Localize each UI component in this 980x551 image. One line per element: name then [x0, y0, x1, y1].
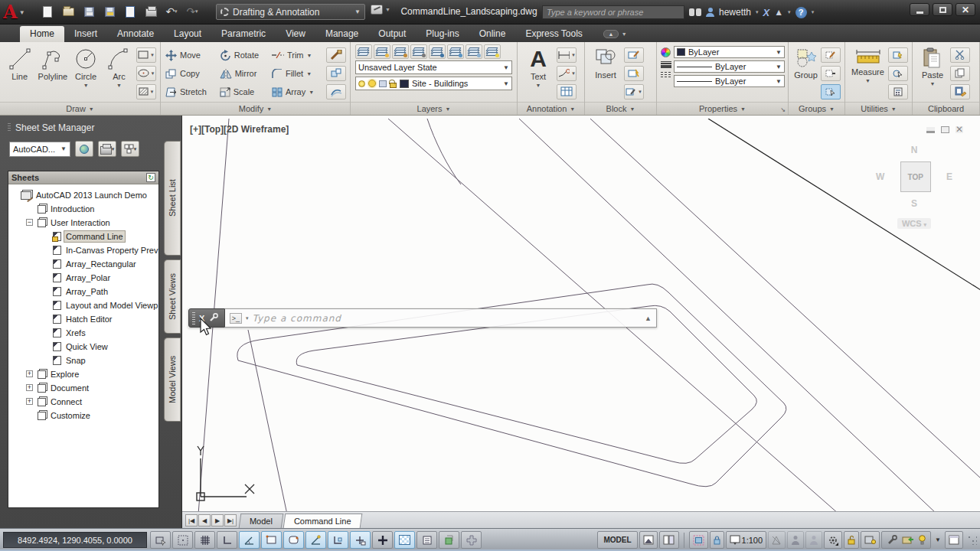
- annotation-scale-sync-button[interactable]: [805, 531, 822, 549]
- layout-tab-model[interactable]: Model: [239, 514, 284, 528]
- tree-item-array-polar[interactable]: Array_Polar: [8, 271, 158, 285]
- close-button[interactable]: ✕: [956, 3, 975, 16]
- text-tool-button[interactable]: A Text ▼: [521, 44, 556, 102]
- save-as-button[interactable]: [102, 4, 117, 19]
- infer-constraints-toggle[interactable]: [150, 531, 171, 549]
- coordinates-display[interactable]: 8492.4924, 1290.4055, 0.0000: [3, 532, 147, 548]
- tab-annotate[interactable]: Annotate: [107, 26, 164, 42]
- layer-isolate-button[interactable]: [429, 44, 446, 59]
- xref-sync-icon[interactable]: [902, 535, 914, 545]
- quick-calc-button[interactable]: [888, 84, 908, 99]
- tree-item-customize[interactable]: Customize: [8, 409, 158, 422]
- lineweight-toggle[interactable]: [372, 531, 393, 549]
- tree-item-command-line[interactable]: Command Line: [8, 230, 158, 243]
- tree-item-introduction[interactable]: Introduction: [8, 202, 158, 216]
- tab-plug-ins[interactable]: Plug-ins: [416, 26, 469, 42]
- autodesk-360-icon[interactable]: ▲: [774, 7, 783, 18]
- side-tab-sheet-views[interactable]: Sheet Views: [164, 259, 181, 334]
- cut-button[interactable]: [950, 47, 970, 63]
- search-input[interactable]: [542, 5, 684, 19]
- doc-close-button[interactable]: ✕: [956, 126, 963, 133]
- ungroup-button[interactable]: [821, 66, 841, 81]
- clipboard-panel-label[interactable]: Clipboard: [913, 102, 979, 115]
- palette-title[interactable]: Sheet Set Manager: [8, 122, 158, 133]
- layer-off-button[interactable]: [484, 44, 501, 59]
- rotate-tool-button[interactable]: Rotate: [220, 50, 269, 61]
- ortho-mode-toggle[interactable]: [217, 531, 237, 549]
- tree-item-in-canvas-property-prev[interactable]: In-Canvas Property Prev: [8, 243, 158, 257]
- recent-commands-icon[interactable]: ▲: [645, 315, 652, 322]
- utilities-panel-label[interactable]: Utilities▼: [845, 102, 912, 115]
- move-tool-button[interactable]: Move: [165, 50, 217, 61]
- polar-tracking-toggle[interactable]: [239, 531, 260, 549]
- block-panel-label[interactable]: Block▼: [585, 102, 656, 115]
- quick-view-layouts-button[interactable]: [639, 531, 658, 549]
- print-button[interactable]: [143, 4, 158, 19]
- erase-button[interactable]: [326, 47, 346, 63]
- tree-item-explore[interactable]: +Explore: [8, 367, 158, 381]
- drag-grip-icon[interactable]: [192, 312, 195, 324]
- side-tab-sheet-list[interactable]: Sheet List: [164, 141, 181, 256]
- next-tab-button[interactable]: ▶: [211, 514, 224, 527]
- block-edit-button[interactable]: [624, 47, 644, 63]
- circle-tool-button[interactable]: Circle▼: [70, 44, 103, 102]
- annotation-viewport-button[interactable]: [689, 531, 708, 549]
- signed-in-user[interactable]: hewetth: [719, 7, 751, 18]
- ribbon-minimize-button[interactable]: ▲▼: [603, 30, 627, 38]
- layer-unisolate-button[interactable]: [447, 44, 464, 59]
- restore-button[interactable]: [933, 3, 952, 16]
- linetype-combo[interactable]: ByLayer ▼: [674, 75, 785, 87]
- copy-clip-button[interactable]: [950, 66, 970, 81]
- tree-item-quick-view[interactable]: Quick View: [8, 340, 158, 354]
- status-menu-caret[interactable]: ▼: [933, 536, 943, 543]
- lineweight-combo[interactable]: ByLayer ▼: [674, 60, 785, 73]
- layout-tab-command-line[interactable]: Command Line: [283, 514, 362, 528]
- dimension-button[interactable]: ▼: [557, 47, 577, 63]
- quick-select-button[interactable]: [888, 47, 908, 63]
- first-tab-button[interactable]: |◀: [185, 514, 198, 527]
- paste-button[interactable]: Paste ▼: [916, 44, 949, 102]
- hatch-button[interactable]: ▼: [136, 84, 156, 99]
- workspace-switching-button[interactable]: [824, 531, 842, 549]
- table-button[interactable]: [557, 84, 577, 99]
- id-point-button[interactable]: [888, 66, 908, 81]
- annotation-monitor-toggle[interactable]: [461, 531, 482, 549]
- clean-screen-button[interactable]: [945, 531, 963, 549]
- fade-button[interactable]: [326, 84, 346, 99]
- color-wheel-icon[interactable]: [661, 47, 671, 57]
- layers-panel-label[interactable]: Layers▼: [351, 102, 517, 115]
- viewcube-top-face[interactable]: TOP: [900, 161, 931, 192]
- sheet-selection-button[interactable]: ▾: [121, 141, 139, 157]
- sheet-set-combo[interactable]: AutoCAD... ▼: [9, 142, 70, 157]
- workspace-selector[interactable]: Drafting & Annotation ▼: [216, 4, 365, 20]
- plot-button[interactable]: [122, 4, 138, 19]
- array-tool-button[interactable]: Array▼: [272, 87, 324, 97]
- tab-online[interactable]: Online: [469, 26, 516, 42]
- rectangle-button[interactable]: ▼: [136, 47, 156, 63]
- layer-freeze-button[interactable]: [466, 44, 482, 59]
- open-button[interactable]: [60, 4, 76, 19]
- modify-panel-label[interactable]: Modify▼: [161, 102, 350, 115]
- drawing-canvas[interactable]: [+][Top][2D Wireframe] ✕ N W TOP E S WCS…: [181, 116, 980, 528]
- resize-grip[interactable]: [968, 536, 977, 545]
- prev-tab-button[interactable]: ◀: [198, 514, 211, 527]
- trusted-bulb-icon[interactable]: [919, 535, 926, 545]
- qat-customize-button[interactable]: ▼: [371, 5, 390, 15]
- tree-item-array-rectangular[interactable]: Array_Rectangular: [8, 257, 158, 271]
- edit-attributes-button[interactable]: [624, 66, 644, 81]
- copy-tool-button[interactable]: Copy: [165, 69, 217, 79]
- refresh-icon[interactable]: ↻: [146, 173, 155, 182]
- command-prompt-icon[interactable]: >_: [230, 313, 242, 324]
- explode-button[interactable]: [326, 66, 346, 81]
- command-line-field[interactable]: >_ ▾ ▲: [225, 308, 657, 328]
- tab-view[interactable]: View: [276, 26, 315, 42]
- exchange-apps-icon[interactable]: X: [763, 7, 770, 18]
- tab-parametric[interactable]: Parametric: [211, 26, 276, 42]
- snap-mode-toggle[interactable]: [172, 531, 193, 549]
- tab-insert[interactable]: Insert: [64, 26, 107, 42]
- ellipse-button[interactable]: ▼: [136, 66, 156, 81]
- tree-item-xrefs[interactable]: Xrefs: [8, 326, 158, 340]
- tree-item-document[interactable]: +Document: [8, 381, 158, 395]
- collapse-toggle[interactable]: −: [26, 219, 33, 226]
- annotation-panel-label[interactable]: Annotation▼: [518, 102, 584, 115]
